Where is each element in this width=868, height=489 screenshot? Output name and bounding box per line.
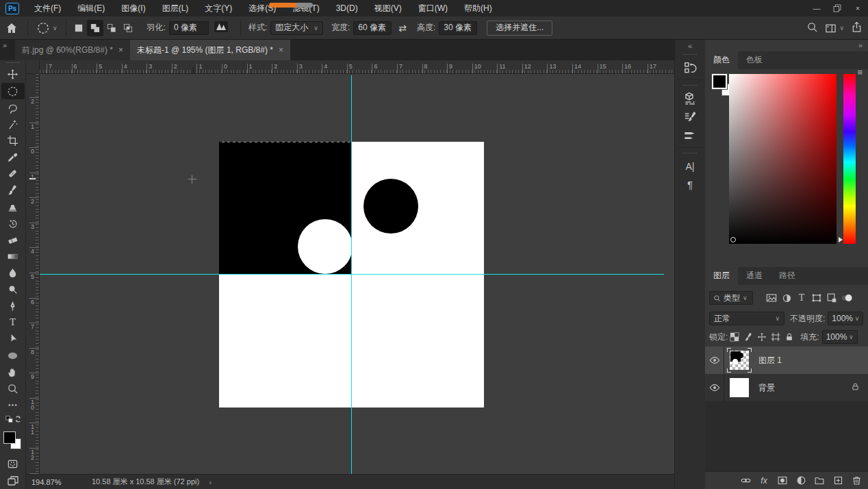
crop-tool[interactable] bbox=[1, 132, 25, 149]
tab-layers[interactable]: 图层 bbox=[705, 266, 738, 285]
tool-preset-picker[interactable]: ∨ bbox=[32, 21, 62, 35]
layer-thumbnail[interactable] bbox=[728, 377, 750, 399]
layer-name[interactable]: 图层 1 bbox=[758, 355, 782, 366]
spot-healing-brush-tool[interactable] bbox=[1, 166, 25, 182]
new-selection-button[interactable] bbox=[71, 20, 87, 36]
add-layer-mask-icon[interactable] bbox=[775, 474, 790, 488]
feather-input[interactable]: 0 像素 bbox=[169, 21, 209, 35]
menu-item-4[interactable]: 文字(Y) bbox=[196, 0, 240, 16]
link-layers-icon[interactable] bbox=[738, 474, 753, 488]
brush-tool[interactable] bbox=[1, 182, 25, 199]
filter-shape-layers-icon[interactable] bbox=[809, 291, 824, 305]
magic-wand-tool[interactable] bbox=[1, 116, 25, 132]
path-selection-tool[interactable] bbox=[1, 331, 25, 347]
menu-item-7[interactable]: 3D(D) bbox=[328, 0, 366, 16]
menu-item-3[interactable]: 图层(L) bbox=[154, 0, 197, 16]
screen-mode-button[interactable] bbox=[1, 473, 25, 489]
new-layer-icon[interactable] bbox=[830, 474, 845, 488]
opacity-dropdown[interactable]: 100% ∨ bbox=[828, 312, 863, 325]
search-icon[interactable] bbox=[806, 21, 818, 35]
toolbar-expand-icon[interactable]: » bbox=[3, 41, 7, 49]
lasso-tool[interactable] bbox=[1, 99, 25, 116]
filter-pixel-layers-icon[interactable] bbox=[764, 291, 779, 305]
menu-item-1[interactable]: 编辑(E) bbox=[69, 0, 113, 16]
filter-adjustment-layers-icon[interactable] bbox=[779, 291, 794, 305]
tab-paths[interactable]: 路径 bbox=[771, 266, 804, 285]
gradient-tool[interactable] bbox=[1, 248, 25, 264]
eyedropper-tool[interactable] bbox=[1, 149, 25, 166]
foreground-color-swatch[interactable] bbox=[3, 431, 16, 444]
layer-row-selected[interactable]: 图层 1 bbox=[705, 347, 868, 374]
close-button[interactable]: × bbox=[847, 0, 868, 16]
height-input[interactable]: 30 像素 bbox=[439, 21, 477, 35]
horizontal-guide[interactable] bbox=[40, 274, 664, 275]
lock-image-pixels-icon[interactable] bbox=[741, 330, 755, 344]
foreground-background-swatches[interactable] bbox=[3, 431, 23, 451]
history-panel-icon[interactable] bbox=[678, 58, 702, 77]
restore-button[interactable] bbox=[827, 0, 847, 16]
add-to-selection-button[interactable] bbox=[87, 20, 103, 36]
canvas-area[interactable] bbox=[40, 74, 674, 474]
quick-mask-button[interactable] bbox=[1, 456, 25, 473]
menu-item-0[interactable]: 文件(F) bbox=[26, 0, 69, 16]
zoom-level-field[interactable]: 194.87% bbox=[31, 478, 79, 486]
menu-item-9[interactable]: 窗口(W) bbox=[410, 0, 456, 16]
tab-swatches[interactable]: 色板 bbox=[738, 51, 771, 69]
menu-item-8[interactable]: 视图(V) bbox=[366, 0, 410, 16]
lock-transparent-pixels-icon[interactable] bbox=[728, 330, 741, 344]
visibility-toggle[interactable] bbox=[705, 374, 724, 401]
panel-menu-icon[interactable]: ≡ bbox=[857, 67, 863, 77]
close-tab-icon[interactable]: × bbox=[118, 45, 123, 55]
close-tab-icon[interactable]: × bbox=[279, 45, 283, 55]
hand-tool[interactable] bbox=[1, 364, 25, 380]
dodge-tool[interactable] bbox=[1, 281, 25, 298]
blend-mode-dropdown[interactable]: 正常 ∨ bbox=[709, 312, 784, 325]
color-saturation-field[interactable] bbox=[729, 74, 837, 244]
default-swap-colors-icon[interactable] bbox=[1, 414, 25, 427]
foreground-color-swatch[interactable] bbox=[712, 74, 727, 89]
layer-thumbnail[interactable] bbox=[728, 349, 750, 371]
home-icon[interactable] bbox=[0, 22, 23, 34]
intersect-selection-button[interactable] bbox=[120, 20, 136, 36]
vertical-guide[interactable] bbox=[351, 75, 352, 474]
share-icon[interactable] bbox=[851, 21, 863, 35]
layer-filter-toggle[interactable] bbox=[839, 291, 854, 305]
new-adjustment-layer-icon[interactable] bbox=[793, 474, 808, 488]
style-dropdown[interactable]: 固定大小 ∨ bbox=[270, 21, 323, 35]
workspace-switcher[interactable]: ∨ bbox=[825, 23, 844, 34]
subtract-from-selection-button[interactable] bbox=[103, 20, 120, 36]
lock-position-icon[interactable] bbox=[755, 330, 769, 344]
layer-row-background[interactable]: 背景 bbox=[705, 374, 868, 401]
brush-settings-panel-icon[interactable] bbox=[678, 108, 702, 126]
color-field-picker[interactable] bbox=[730, 237, 736, 242]
blur-tool[interactable] bbox=[1, 264, 25, 281]
fill-dropdown[interactable]: 100% ∨ bbox=[822, 330, 858, 344]
swap-dimensions-icon[interactable]: ⇄ bbox=[398, 23, 407, 34]
edit-toolbar-icon[interactable] bbox=[1, 397, 25, 413]
collapse-panels-icon[interactable]: « bbox=[688, 40, 692, 52]
hue-slider-pointer[interactable] bbox=[839, 237, 843, 242]
3d-panel-icon[interactable] bbox=[678, 89, 702, 108]
tab-channels[interactable]: 通道 bbox=[738, 266, 771, 285]
tab-color[interactable]: 颜色 bbox=[705, 51, 738, 69]
layer-style-fx-icon[interactable]: fx bbox=[756, 474, 771, 488]
width-input[interactable]: 60 像素 bbox=[353, 21, 392, 35]
type-tool[interactable]: T bbox=[1, 314, 25, 331]
zoom-tool[interactable] bbox=[1, 380, 25, 397]
horizontal-ruler[interactable]: 765432101234567891011121314151617 bbox=[40, 60, 674, 74]
minimize-button[interactable]: — bbox=[806, 0, 827, 16]
clone-stamp-tool[interactable] bbox=[1, 199, 25, 215]
new-group-icon[interactable] bbox=[812, 474, 827, 488]
visibility-toggle[interactable] bbox=[705, 347, 724, 374]
lock-all-icon[interactable] bbox=[782, 330, 796, 344]
menu-item-2[interactable]: 图像(I) bbox=[113, 0, 153, 16]
layer-name[interactable]: 背景 bbox=[758, 382, 775, 394]
expand-panels-icon[interactable]: » bbox=[858, 41, 863, 49]
menu-item-10[interactable]: 帮助(H) bbox=[456, 0, 500, 16]
eraser-tool[interactable] bbox=[1, 231, 25, 248]
status-options-chevron[interactable]: › bbox=[209, 478, 212, 486]
delete-layer-icon[interactable] bbox=[849, 474, 864, 488]
history-brush-tool[interactable] bbox=[1, 215, 25, 231]
lock-artboard-icon[interactable] bbox=[769, 330, 782, 344]
elliptical-marquee-tool[interactable] bbox=[1, 83, 25, 99]
